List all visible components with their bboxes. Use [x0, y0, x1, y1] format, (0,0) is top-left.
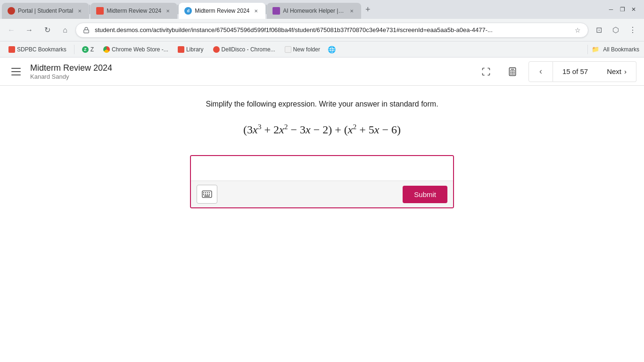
all-bookmarks-link[interactable]: All Bookmarks — [603, 46, 639, 53]
tab-ai[interactable]: AI Homework Helper | Quizgec ✕ — [267, 3, 361, 19]
close-window-button[interactable]: ✕ — [629, 5, 638, 14]
tab-midterm1-title: Midterm Review 2024 — [107, 8, 161, 14]
next-chevron-icon: › — [624, 67, 627, 75]
bookmarks-right: 📁 All Bookmarks — [587, 45, 639, 54]
toolbar-center-tools — [476, 61, 523, 82]
bookmark-library-label: Library — [186, 46, 204, 53]
tab-sep-2 — [178, 5, 178, 14]
tab-sep-3 — [266, 5, 266, 14]
tab-midterm2-title: Midterm Review 2024 — [195, 8, 249, 14]
minimize-button[interactable]: ─ — [606, 5, 616, 14]
profile-button[interactable]: ⋮ — [625, 23, 640, 38]
bookmark-z-label: Z — [91, 46, 94, 53]
security-icon — [82, 25, 91, 35]
bookmark-star-icon[interactable]: ☆ — [573, 25, 582, 35]
desmos-toolbar: Midterm Review 2024 Kanard Sandy ‹ 15 of… — [0, 58, 644, 86]
bm-separator-1 — [74, 45, 74, 54]
tab-bar: Portal | Student Portal ✕ Midterm Review… — [0, 0, 644, 19]
new-tab-button[interactable]: + — [361, 3, 374, 16]
bookmark-sdpbc-label: SDPBC Bookmarks — [17, 46, 66, 53]
bookmark-delldisco[interactable]: DellDisco - Chrome... — [209, 44, 279, 55]
math-expression: (3x3 + 2x2 − 3x − 2) + (x2 + 5x − 6) — [243, 123, 401, 136]
answer-input[interactable] — [191, 156, 453, 181]
bookmark-newfolder[interactable]: New folder — [281, 44, 324, 55]
navigation-controls: ‹ 15 of 57 Next › — [528, 61, 636, 82]
next-label: Next — [607, 67, 621, 75]
address-text: student.desmos.com/activitybuilder/insta… — [95, 26, 569, 33]
nav-counter: 15 of 57 — [553, 61, 597, 82]
forward-button[interactable]: → — [22, 23, 37, 38]
bookmark-delldisco-label: DellDisco - Chrome... — [222, 46, 275, 53]
keyboard-button[interactable] — [197, 185, 217, 204]
tab-midterm2[interactable]: d Midterm Review 2024 ✕ — [179, 3, 265, 19]
question-instruction: Simplify the following expression. Write… — [206, 100, 438, 108]
calculator-button[interactable] — [502, 61, 523, 82]
tab-ai-close[interactable]: ✕ — [348, 7, 355, 15]
tab-midterm1[interactable]: Midterm Review 2024 ✕ — [91, 3, 177, 19]
bookmark-chrome-label: Chrome Web Store -... — [112, 46, 168, 53]
next-button[interactable]: Next › — [597, 61, 636, 82]
bookmarks-bar: SDPBC Bookmarks Z Z Chrome Web Store -..… — [0, 41, 644, 58]
reload-button[interactable]: ↻ — [40, 23, 55, 38]
activity-info: Midterm Review 2024 Kanard Sandy — [30, 63, 470, 80]
extensions-button[interactable]: ⬡ — [608, 23, 623, 38]
cast-button[interactable]: ⊡ — [591, 23, 606, 38]
activity-title: Midterm Review 2024 — [30, 63, 470, 73]
bookmark-library[interactable]: Library — [174, 44, 207, 55]
home-button[interactable]: ⌂ — [58, 23, 73, 38]
tab-midterm1-close[interactable]: ✕ — [164, 7, 172, 15]
hamburger-menu-button[interactable] — [8, 63, 25, 80]
maximize-button[interactable]: ❐ — [618, 5, 627, 14]
bookmark-sdpbc[interactable]: SDPBC Bookmarks — [5, 44, 70, 55]
prev-button[interactable]: ‹ — [528, 61, 553, 82]
svg-rect-0 — [84, 30, 89, 33]
activity-author: Kanard Sandy — [30, 73, 470, 80]
tab-portal-close[interactable]: ✕ — [76, 7, 83, 15]
folder-bookmarks-icon: 📁 — [592, 46, 599, 53]
hamburger-line-3 — [11, 74, 21, 75]
tab-ai-title: AI Homework Helper | Quizgec — [283, 8, 345, 14]
submit-button[interactable]: Submit — [403, 186, 447, 203]
address-bar: ← → ↻ ⌂ student.desmos.com/activitybuild… — [0, 19, 644, 41]
globe-icon: 🌐 — [328, 45, 336, 54]
hamburger-line-1 — [11, 68, 21, 69]
hamburger-line-2 — [11, 71, 21, 72]
answer-footer: Submit — [191, 181, 453, 207]
bookmark-z[interactable]: Z Z — [78, 44, 98, 55]
browser-toolbar-right: ⊡ ⬡ ⋮ — [591, 23, 640, 38]
tab-sep-1 — [90, 5, 90, 14]
back-button[interactable]: ← — [4, 23, 19, 38]
address-input-container[interactable]: student.desmos.com/activitybuilder/insta… — [75, 23, 588, 38]
app-area: Midterm Review 2024 Kanard Sandy ‹ 15 of… — [0, 58, 644, 362]
tab-midterm2-close[interactable]: ✕ — [252, 7, 260, 15]
bookmark-newfolder-label: New folder — [293, 46, 320, 53]
answer-area: Submit — [190, 155, 454, 208]
address-icons: ☆ — [573, 25, 582, 35]
fullscreen-button[interactable] — [476, 61, 496, 82]
tab-portal[interactable]: Portal | Student Portal ✕ — [2, 3, 89, 19]
main-content: Simplify the following expression. Write… — [0, 86, 644, 362]
tab-portal-title: Portal | Student Portal — [18, 8, 73, 14]
bm-right-separator — [587, 45, 588, 54]
bookmark-chrome[interactable]: Chrome Web Store -... — [99, 44, 172, 55]
window-controls: ─ ❐ ✕ — [606, 5, 642, 14]
